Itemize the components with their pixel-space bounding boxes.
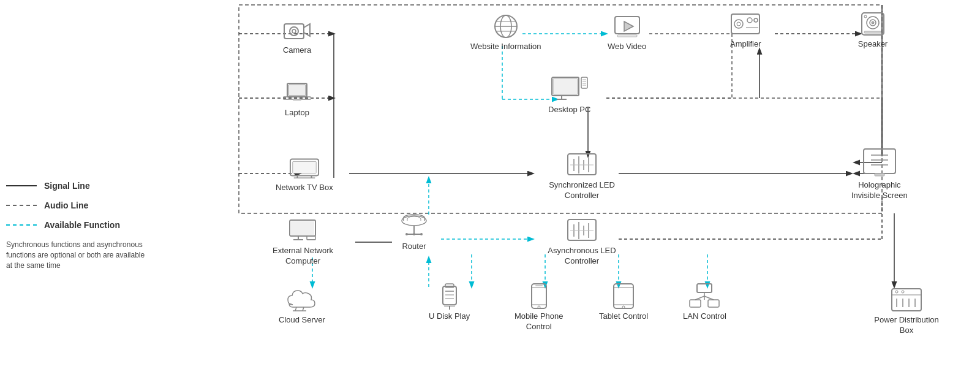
network-tv-label: Network TV Box: [276, 183, 333, 193]
svg-point-55: [734, 20, 743, 28]
svg-line-104: [295, 307, 296, 311]
svg-rect-129: [892, 289, 921, 311]
website-icon: [491, 13, 521, 39]
svg-rect-33: [284, 24, 304, 39]
holographic-node: Holographic Invisible Screen: [851, 147, 908, 201]
svg-rect-125: [708, 300, 719, 307]
available-fn-icon: [6, 224, 37, 226]
lan-control-label: LAN Control: [683, 311, 726, 322]
svg-rect-118: [535, 285, 543, 286]
svg-rect-67: [553, 78, 578, 94]
svg-rect-87: [291, 221, 314, 235]
svg-rect-70: [581, 77, 587, 88]
ext-network-node: External Network Computer: [273, 218, 333, 267]
signal-line-legend: Signal Line: [6, 181, 147, 191]
async-led-icon: [564, 218, 600, 243]
u-disk-label: U Disk Play: [429, 311, 470, 322]
svg-rect-124: [690, 300, 701, 307]
signal-line-icon: [6, 185, 37, 186]
camera-node: Camera: [282, 17, 312, 56]
svg-point-56: [737, 22, 741, 26]
svg-point-58: [754, 18, 758, 22]
amplifier-icon: [730, 11, 761, 37]
router-icon: [397, 213, 431, 239]
svg-rect-38: [288, 85, 306, 96]
sync-led-node: Synchronized LED Controller: [533, 152, 631, 201]
svg-rect-81: [864, 149, 895, 173]
svg-rect-53: [617, 35, 637, 37]
power-dist-node: Power Distribution Box: [870, 287, 943, 336]
svg-rect-98: [568, 219, 596, 240]
web-video-icon: [612, 13, 643, 39]
audio-line-label: Audio Line: [44, 200, 88, 210]
tablet-icon: [608, 283, 639, 309]
svg-line-105: [303, 307, 304, 311]
svg-rect-107: [443, 286, 456, 305]
camera-icon: [282, 17, 312, 43]
holographic-icon: [861, 147, 898, 178]
speaker-icon: [858, 11, 888, 37]
svg-line-128: [704, 296, 714, 300]
power-dist-icon: [889, 287, 924, 313]
tablet-node: Tablet Control: [599, 283, 648, 322]
camera-label: Camera: [283, 45, 311, 56]
mobile-phone-node: Mobile Phone Control: [514, 283, 564, 332]
cloud-server-node: Cloud Server: [279, 287, 325, 326]
web-video-label: Web Video: [608, 42, 646, 52]
network-tv-box-node: Network TV Box: [276, 154, 333, 193]
u-disk-icon: [434, 283, 465, 309]
available-fn-label: Available Function: [44, 220, 120, 230]
svg-point-135: [895, 291, 898, 293]
u-disk-node: U Disk Play: [429, 283, 470, 322]
svg-point-35: [290, 27, 298, 36]
svg-marker-52: [624, 21, 633, 31]
svg-point-96: [413, 233, 415, 235]
sync-led-label: Synchronized LED Controller: [533, 180, 631, 201]
holographic-label: Holographic Invisible Screen: [851, 180, 908, 201]
router-label: Router: [402, 242, 426, 252]
svg-point-64: [864, 15, 867, 18]
web-video-node: Web Video: [608, 13, 646, 52]
lan-control-icon: [687, 283, 722, 309]
svg-rect-39: [283, 97, 311, 99]
svg-point-36: [292, 29, 296, 33]
laptop-node: Laptop: [282, 80, 312, 118]
cloud-server-icon: [287, 287, 317, 313]
laptop-icon: [282, 80, 312, 105]
svg-marker-34: [304, 24, 310, 36]
async-led-label: Asynchronous LED Controller: [533, 246, 631, 267]
svg-point-92: [402, 216, 426, 226]
svg-rect-54: [731, 14, 760, 34]
mobile-phone-icon: [524, 283, 554, 309]
svg-rect-85: [875, 173, 884, 176]
desktop-pc-label: Desktop PC: [548, 105, 590, 115]
svg-rect-123: [697, 284, 712, 292]
ext-network-icon: [287, 218, 318, 243]
laptop-label: Laptop: [285, 108, 309, 118]
mobile-phone-label: Mobile Phone Control: [514, 311, 564, 332]
router-node: Router: [397, 213, 431, 252]
cloud-server-label: Cloud Server: [279, 315, 325, 326]
svg-rect-40: [293, 99, 301, 101]
desktop-pc-node: Desktop PC: [548, 77, 590, 115]
tablet-label: Tablet Control: [599, 311, 648, 322]
svg-point-57: [747, 18, 752, 23]
svg-line-127: [695, 296, 704, 300]
speaker-label: Speaker: [858, 39, 888, 50]
async-led-node: Asynchronous LED Controller: [533, 218, 631, 267]
svg-point-63: [872, 21, 874, 24]
power-dist-label: Power Distribution Box: [870, 315, 943, 336]
svg-rect-42: [293, 161, 316, 173]
audio-line-legend: Audio Line: [6, 200, 147, 210]
network-tv-icon: [289, 154, 320, 180]
legend: Signal Line Audio Line Available Functio…: [6, 181, 147, 270]
desktop-pc-icon: [550, 77, 589, 102]
svg-point-136: [902, 291, 904, 293]
website-info-node: Website Information: [470, 13, 541, 52]
amplifier-label: Amplifier: [730, 39, 761, 50]
website-info-label: Website Information: [470, 42, 541, 52]
ext-network-label: External Network Computer: [273, 246, 333, 267]
signal-line-label: Signal Line: [44, 181, 90, 191]
sync-led-icon: [562, 152, 601, 178]
amplifier-node: Amplifier: [730, 11, 761, 50]
